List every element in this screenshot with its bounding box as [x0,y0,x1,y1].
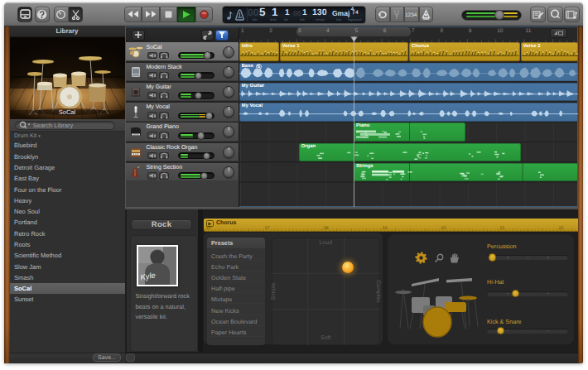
svg-text:1234: 1234 [405,12,417,17]
